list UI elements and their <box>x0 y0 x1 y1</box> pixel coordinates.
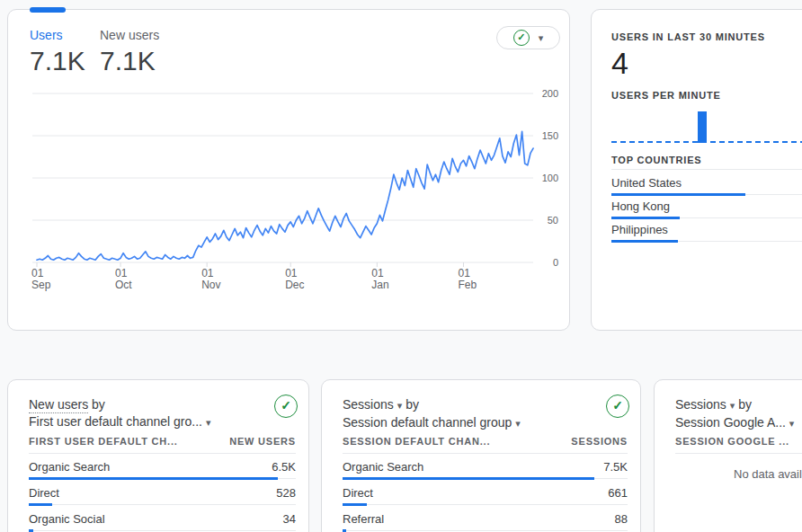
svg-text:01: 01 <box>371 267 384 279</box>
svg-text:01: 01 <box>31 267 44 279</box>
table-header: FIRST USER DEFAULT CH... NEW USERS <box>29 436 296 447</box>
table-row: Direct 661 <box>343 482 628 508</box>
users-per-minute-label: USERS PER MINUTE <box>611 90 802 101</box>
table-header: SESSION GOOGLE ... <box>675 436 802 447</box>
metric-dropdown[interactable]: Sessions ▾ by <box>675 396 794 414</box>
row-value: 7.5K <box>603 460 628 474</box>
country-row: United States <box>611 174 802 198</box>
data-quality-icon[interactable]: ✓ <box>274 395 298 418</box>
svg-text:0: 0 <box>553 257 558 268</box>
dimension-column-header: SESSION DEFAULT CHAN... <box>343 436 490 447</box>
minute-chart-baseline <box>611 141 802 143</box>
country-bar-track <box>611 217 802 219</box>
row-label: Organic Search <box>29 456 296 474</box>
svg-text:Feb: Feb <box>458 279 477 291</box>
country-row: Hong Kong <box>611 198 802 221</box>
row-label: Organic Search <box>343 456 628 474</box>
country-bar <box>611 193 745 196</box>
metric-column-header: SESSIONS <box>571 436 628 447</box>
table-row: Organic Social 34 <box>29 508 296 532</box>
realtime-card: USERS IN LAST 30 MINUTES 4 USERS PER MIN… <box>591 9 802 331</box>
svg-text:01: 01 <box>458 267 470 279</box>
table-row: Organic Search 7.5K <box>343 456 628 482</box>
users-overview-card: Users 7.1K New users 7.1K ✓ ▾ 0501001502… <box>7 9 570 331</box>
svg-text:50: 50 <box>548 215 558 226</box>
country-bar-track <box>611 240 802 243</box>
chevron-down-icon: ▾ <box>730 400 735 411</box>
sessions-by-google-ads-card: Sessions ▾ by Session Google A... ▾ ✓ SE… <box>654 379 802 532</box>
country-name: Philippines <box>611 221 802 237</box>
by-label: by <box>92 397 105 412</box>
row-label: Referral <box>343 508 628 527</box>
country-bar <box>611 217 680 219</box>
svg-text:Nov: Nov <box>201 279 220 291</box>
chevron-down-icon: ▾ <box>206 417 211 428</box>
metric-dropdown[interactable]: Sessions ▾ by <box>343 396 521 414</box>
row-value: 6.5K <box>272 460 296 474</box>
users-per-minute-chart <box>611 111 802 143</box>
dimension-dropdown[interactable]: First user default channel gro... ▾ <box>29 413 210 431</box>
svg-text:100: 100 <box>542 173 558 183</box>
metric-column-header: NEW USERS <box>229 436 296 447</box>
row-bar <box>343 503 367 506</box>
dimension-column-header: SESSION GOOGLE ... <box>675 436 789 447</box>
chevron-down-icon: ▾ <box>397 400 403 411</box>
dimension-dropdown[interactable]: Session default channel group ▾ <box>343 414 521 432</box>
table-row: Referral 88 <box>343 508 628 532</box>
data-quality-icon[interactable]: ✓ <box>606 395 629 418</box>
table-row: Direct 528 <box>29 482 296 508</box>
divider <box>343 453 628 454</box>
by-label: by <box>738 397 752 412</box>
svg-text:Oct: Oct <box>115 279 132 291</box>
card-title: Sessions ▾ by Session Google A... ▾ <box>675 396 794 432</box>
row-value: 34 <box>283 512 296 526</box>
dimension-column-header: FIRST USER DEFAULT CH... <box>29 436 178 447</box>
table-row: Organic Search 6.5K <box>29 456 296 482</box>
row-bar <box>29 477 278 480</box>
country-bar <box>611 240 678 243</box>
table-header: SESSION DEFAULT CHAN... SESSIONS <box>343 436 628 447</box>
country-name: Hong Kong <box>611 198 802 214</box>
sessions-by-channel-card: Sessions ▾ by Session default channel gr… <box>321 379 641 532</box>
by-label: by <box>405 397 419 412</box>
row-label: Direct <box>29 482 296 501</box>
divider <box>675 453 802 454</box>
svg-text:01: 01 <box>285 267 298 279</box>
row-value: 661 <box>608 486 628 500</box>
svg-text:Sep: Sep <box>31 279 51 291</box>
card-title: Sessions ▾ by Session default channel gr… <box>343 396 521 432</box>
country-name: United States <box>611 174 802 191</box>
svg-text:01: 01 <box>115 267 128 279</box>
new-users-by-channel-card: New users by First user default channel … <box>7 379 309 532</box>
no-data-message: No data available <box>734 467 802 481</box>
row-bar <box>343 477 594 480</box>
svg-text:01: 01 <box>201 267 214 279</box>
chevron-down-icon: ▾ <box>789 418 795 429</box>
svg-text:150: 150 <box>542 130 558 141</box>
country-row: Philippines <box>611 221 802 244</box>
row-value: 528 <box>276 486 296 500</box>
svg-text:200: 200 <box>542 88 558 99</box>
row-value: 88 <box>615 512 628 526</box>
chevron-down-icon: ▾ <box>515 418 521 429</box>
minute-bar <box>698 111 707 143</box>
divider <box>611 169 802 170</box>
users-line-chart: 05010015020001Sep01Oct01Nov01Dec01Jan01F… <box>8 10 571 332</box>
row-label: Organic Social <box>29 508 296 527</box>
divider <box>29 453 296 454</box>
svg-text:Dec: Dec <box>285 279 304 291</box>
realtime-users-value: 4 <box>611 46 628 80</box>
top-countries-label: TOP COUNTRIES <box>611 155 802 165</box>
row-label: Direct <box>343 482 628 501</box>
card-title: New users by First user default channel … <box>29 396 210 431</box>
dimension-dropdown[interactable]: Session Google A... ▾ <box>675 414 794 432</box>
row-bar <box>29 503 52 506</box>
realtime-title: USERS IN LAST 30 MINUTES <box>611 31 802 42</box>
metric-label[interactable]: New users <box>29 397 88 413</box>
country-bar-track <box>611 193 802 196</box>
svg-text:Jan: Jan <box>371 279 388 291</box>
